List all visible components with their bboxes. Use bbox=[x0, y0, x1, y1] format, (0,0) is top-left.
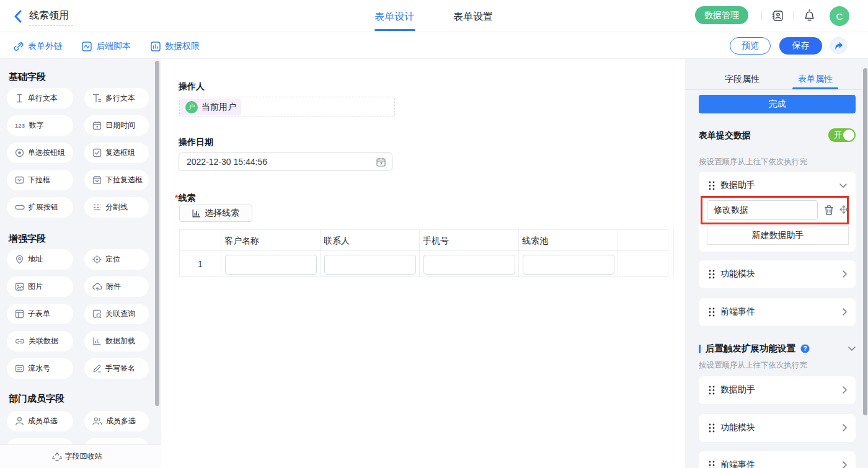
svg-text:?: ? bbox=[803, 345, 807, 352]
